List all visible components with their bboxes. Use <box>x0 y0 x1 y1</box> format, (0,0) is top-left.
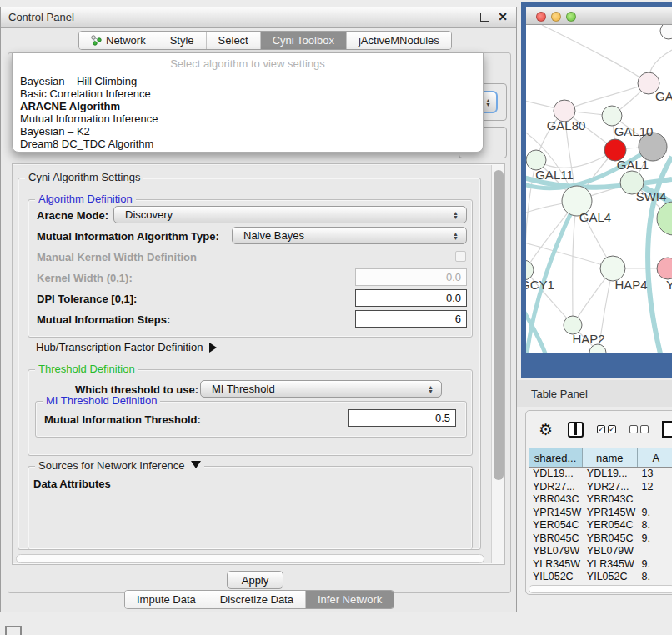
tab-cyni-toolbox[interactable]: Cyni Toolbox <box>261 32 347 49</box>
bottom-tab-discretize-data[interactable]: Discretize Data <box>208 591 306 608</box>
hub-tf-definition-toggle[interactable]: Hub/Transcription Factor Definition <box>36 341 217 353</box>
tab-jactivemnodules[interactable]: jActiveMNodules <box>347 32 451 49</box>
algorithm-options-list: Bayesian – Hill ClimbingBasic Correlatio… <box>13 75 483 150</box>
combo-arrows-icon: ▲▼ <box>453 232 459 240</box>
spinner-arrows-icon: ▲▼ <box>485 98 491 107</box>
which-threshold-combobox[interactable]: MI Threshold ▲▼ <box>200 380 442 398</box>
tab-select[interactable]: Select <box>207 32 261 49</box>
node-table: shared...nameA YDL19...YDL19...13YDR27..… <box>529 448 672 584</box>
apply-button[interactable]: Apply <box>227 571 283 589</box>
algorithm-option[interactable]: ARACNE Algorithm <box>13 100 483 112</box>
table-panel: ⚙ ✓ ✓ shared...nameA YDL19...YDL19...13Y… <box>525 410 672 595</box>
network-node-label: HAP4 <box>614 278 647 292</box>
cyni-algorithm-settings-title: Cyni Algorithm Settings <box>25 171 143 183</box>
sources-title-toggle[interactable]: Sources for Network Inference <box>35 459 204 472</box>
network-node[interactable] <box>660 25 672 39</box>
algorithm-option[interactable]: Bayesian – Hill Climbing <box>13 75 483 88</box>
zoom-traffic-light[interactable] <box>566 12 576 22</box>
unchecked-box-icon <box>629 425 638 433</box>
algorithm-option[interactable]: Dream8 DC_TDC Algorithm <box>13 138 483 150</box>
docked-panel-icon[interactable] <box>5 626 22 635</box>
manual-kernel-width-checkbox[interactable] <box>455 251 466 262</box>
network-node-gal10[interactable] <box>602 106 622 126</box>
table-horizontal-scrollbar[interactable] <box>529 585 672 593</box>
tab-style[interactable]: Style <box>158 32 207 49</box>
tab-label: Select <box>218 34 248 47</box>
checked-box-icon: ✓ <box>597 425 605 433</box>
table-cell: YPR145W <box>583 507 638 520</box>
table-cell: YBR043C <box>529 493 583 507</box>
table-row[interactable]: YDL19...YDL19...13 <box>529 468 672 481</box>
bottom-tab-impute-data[interactable]: Impute Data <box>125 591 208 608</box>
table-row[interactable]: YBR043CYBR043C <box>529 493 672 507</box>
manual-kernel-width-label: Manual Kernel Width Definition <box>37 251 197 263</box>
table-cell: YBR045C <box>583 532 638 546</box>
kernel-width-field[interactable] <box>355 268 467 286</box>
network-edge[interactable] <box>542 25 649 83</box>
column-header-2[interactable]: name <box>583 448 638 467</box>
deselect-all-icon[interactable] <box>629 425 649 433</box>
table-cell: 9. <box>638 558 672 572</box>
close-icon[interactable]: ✕ <box>498 10 508 24</box>
network-edge[interactable] <box>648 157 672 353</box>
export-table-icon[interactable] <box>662 421 672 438</box>
float-panel-icon[interactable] <box>480 12 489 22</box>
kernel-width-label: Kernel Width (0,1): <box>37 272 133 284</box>
aracne-mode-combobox[interactable]: Discovery ▲▼ <box>113 206 467 223</box>
mi-steps-field[interactable] <box>355 310 467 328</box>
network-node-label: GCY1 <box>526 278 554 292</box>
network-node-label: GAL <box>655 89 672 103</box>
table-cell: YBR045C <box>529 532 583 546</box>
table-row[interactable]: YIL052CYIL052C8. <box>529 571 672 584</box>
network-node-label: GAL10 <box>614 124 654 138</box>
gear-icon[interactable]: ⚙ <box>539 422 553 438</box>
settings-vertical-scrollbar[interactable] <box>491 165 504 563</box>
network-window-titlebar <box>526 7 672 25</box>
table-cell: YBL079W <box>529 545 583 558</box>
network-node-label: GAL1 <box>617 158 649 172</box>
network-node-y[interactable] <box>657 258 672 279</box>
network-edge[interactable] <box>564 83 649 111</box>
mi-threshold-field[interactable] <box>348 409 456 427</box>
table-cell: YIL052C <box>583 571 638 584</box>
control-panel-title: Control Panel <box>1 11 74 23</box>
table-cell: YDR27... <box>529 481 583 494</box>
close-traffic-light[interactable] <box>536 12 546 22</box>
table-row[interactable]: YPR145WYPR145W9. <box>529 507 672 520</box>
hub-tf-definition-label: Hub/Transcription Factor Definition <box>36 341 203 353</box>
column-header-1[interactable]: shared... <box>529 448 583 467</box>
tab-network[interactable]: Network <box>79 32 158 49</box>
network-edge[interactable] <box>536 150 615 168</box>
table-row[interactable]: YER054CYER054C8. <box>529 519 672 532</box>
table-cell: YER054C <box>583 519 638 532</box>
algorithm-option[interactable]: Mutual Information Inference <box>13 112 483 125</box>
dpi-tolerance-field[interactable] <box>355 289 467 307</box>
settings-scrollbar-thumb[interactable] <box>494 170 504 480</box>
network-node-label: GAL4 <box>579 210 611 224</box>
screen: Control Panel ✕ NetworkStyleSelectCyni T… <box>0 0 672 635</box>
bottom-tab-infer-network[interactable]: Infer Network <box>306 591 394 608</box>
tab-label: Cyni Toolbox <box>273 34 334 47</box>
settings-horizontal-scrollbar[interactable] <box>16 554 484 563</box>
sources-title: Sources for Network Inference <box>38 459 185 472</box>
table-row[interactable]: YBL079WYBL079W <box>529 545 672 558</box>
minimize-traffic-light[interactable] <box>551 12 561 22</box>
table-row[interactable]: YBR045CYBR045C9. <box>529 532 672 546</box>
algorithm-definition-group: Algorithm Definition Aracne Mode: Discov… <box>28 199 473 338</box>
algorithm-option[interactable]: Bayesian – K2 <box>13 125 483 138</box>
network-edge[interactable] <box>573 201 577 325</box>
algorithm-dropdown-popup: Select algorithm to view settings Bayesi… <box>12 52 484 152</box>
mi-algorithm-type-combobox[interactable]: Naive Bayes ▲▼ <box>232 227 467 244</box>
table-row[interactable]: YLR345WYLR345W9. <box>529 558 672 572</box>
network-canvas[interactable]: GALGAL80GAL10GAL1GAL11SWI4GAL4GCY1HAP4YH… <box>526 25 672 353</box>
table-row[interactable]: YDR27...YDR27...12 <box>529 481 672 494</box>
table-cell: 8. <box>638 571 672 584</box>
mi-algorithm-type-value: Naive Bayes <box>233 229 453 242</box>
bottom-tab-label: Discretize Data <box>220 593 293 606</box>
algorithm-option[interactable]: Basic Correlation Inference <box>13 88 483 100</box>
column-header-3[interactable]: A <box>638 448 672 467</box>
table-header-row: shared...nameA <box>529 448 672 468</box>
bottom-tab-label: Impute Data <box>137 593 196 606</box>
show-columns-icon[interactable] <box>568 422 584 438</box>
select-all-icon[interactable]: ✓ ✓ <box>597 425 616 433</box>
